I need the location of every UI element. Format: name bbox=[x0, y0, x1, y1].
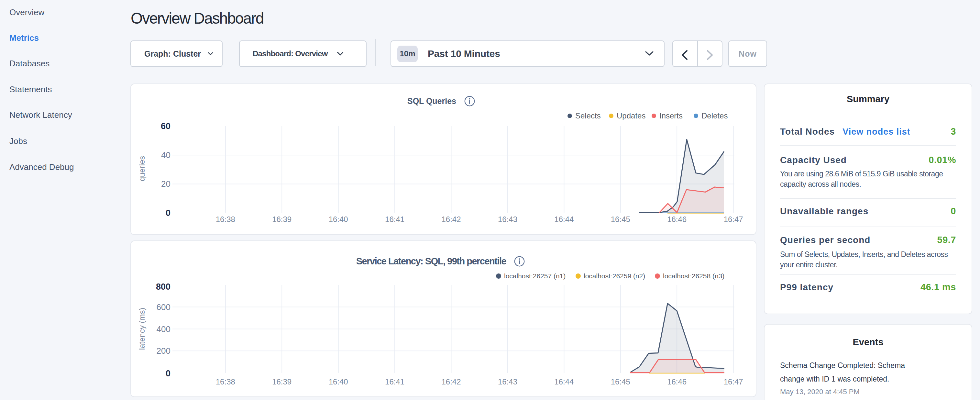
svg-text:0: 0 bbox=[165, 208, 170, 218]
svg-text:16:40: 16:40 bbox=[329, 215, 348, 224]
svg-text:400: 400 bbox=[157, 324, 170, 334]
svg-text:16:45: 16:45 bbox=[611, 215, 630, 224]
svg-text:20: 20 bbox=[161, 179, 170, 189]
svg-text:0: 0 bbox=[165, 369, 170, 378]
svg-text:60: 60 bbox=[161, 121, 170, 131]
svg-text:16:40: 16:40 bbox=[329, 377, 348, 386]
svg-text:16:47: 16:47 bbox=[724, 215, 743, 224]
svg-text:16:46: 16:46 bbox=[667, 215, 687, 224]
svg-text:16:38: 16:38 bbox=[216, 215, 235, 224]
svg-text:200: 200 bbox=[157, 346, 170, 356]
svg-text:16:47: 16:47 bbox=[724, 377, 743, 386]
svg-text:40: 40 bbox=[161, 150, 170, 160]
svg-text:16:42: 16:42 bbox=[441, 377, 461, 386]
svg-text:16:41: 16:41 bbox=[385, 377, 404, 386]
svg-text:16:41: 16:41 bbox=[385, 215, 404, 224]
svg-text:16:43: 16:43 bbox=[498, 377, 517, 386]
svg-text:16:42: 16:42 bbox=[441, 215, 461, 224]
svg-text:16:46: 16:46 bbox=[667, 377, 687, 386]
svg-text:600: 600 bbox=[157, 302, 170, 312]
svg-text:16:43: 16:43 bbox=[498, 215, 517, 224]
svg-text:16:39: 16:39 bbox=[272, 215, 291, 224]
svg-text:16:38: 16:38 bbox=[216, 377, 235, 386]
svg-text:latency (ms): latency (ms) bbox=[137, 308, 146, 350]
svg-text:800: 800 bbox=[156, 282, 170, 292]
svg-text:queries: queries bbox=[137, 156, 146, 182]
svg-text:16:44: 16:44 bbox=[554, 215, 574, 224]
svg-text:16:39: 16:39 bbox=[272, 377, 291, 386]
svg-text:16:44: 16:44 bbox=[554, 377, 574, 386]
svg-text:16:45: 16:45 bbox=[611, 377, 630, 386]
